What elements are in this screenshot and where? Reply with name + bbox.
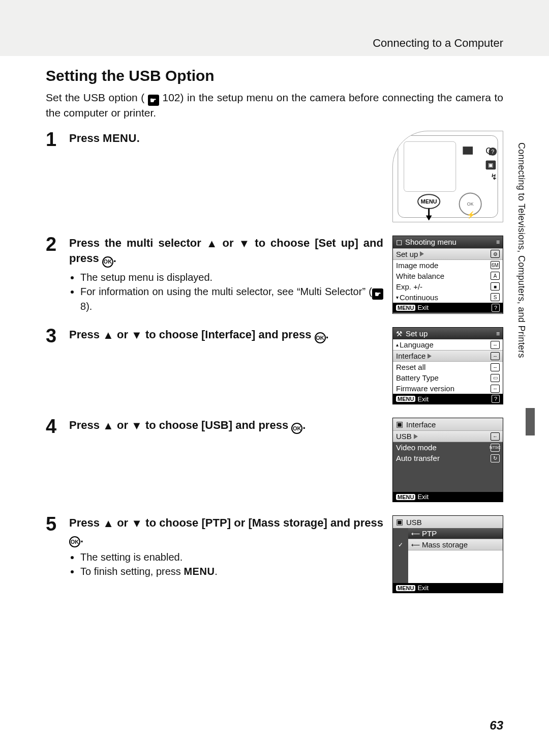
svg-text:OK: OK bbox=[467, 201, 474, 207]
t: . bbox=[215, 566, 218, 577]
t: to choose [Interface] and press bbox=[142, 328, 315, 341]
t: or bbox=[114, 516, 131, 529]
t: To finish setting, press bbox=[80, 566, 184, 577]
manual-page: Connecting to a Computer Setting the USB… bbox=[0, 0, 549, 756]
menu-item-setup: Set up⚙ bbox=[393, 248, 503, 260]
down-triangle-icon: ▼ bbox=[131, 328, 142, 343]
t: For information on using the multi selec… bbox=[80, 286, 372, 297]
up-triangle-icon: ▲ bbox=[206, 236, 218, 251]
mode-icon: 6M bbox=[491, 261, 500, 269]
exit-label: Exit bbox=[417, 493, 429, 501]
menu-item-auto-transfer: Auto transfer↻ bbox=[393, 453, 503, 463]
svg-text:↯: ↯ bbox=[491, 172, 497, 181]
steps-list: 1 Press MENU. OK MENU bbox=[46, 131, 503, 593]
step-1: 1 Press MENU. OK MENU bbox=[46, 131, 503, 222]
step-number: 3 bbox=[46, 326, 69, 404]
label: Mass storage bbox=[422, 540, 468, 549]
ntsc-icon: NTSC bbox=[491, 444, 500, 452]
label: Image mode bbox=[396, 261, 438, 270]
screen-title: USB bbox=[406, 518, 422, 527]
usb-icon: ← bbox=[491, 432, 500, 441]
menu-badge: MENU bbox=[396, 585, 415, 591]
label: PTP bbox=[422, 529, 437, 538]
exit-label: Exit bbox=[417, 584, 429, 592]
t: Press bbox=[69, 328, 103, 341]
shooting-menu-screen: ◻ Shooting menu ≡ Set up⚙ Image mode6M W… bbox=[392, 236, 503, 314]
svg-text:⚡: ⚡ bbox=[467, 211, 476, 219]
camera-back-illustration: OK MENU Q ? ▣ ↯ ⚡ bbox=[392, 131, 503, 222]
t: Press bbox=[69, 516, 103, 529]
label: Set up bbox=[396, 250, 418, 258]
step-number: 4 bbox=[46, 417, 69, 502]
svg-text:MENU: MENU bbox=[421, 198, 437, 205]
up-triangle-icon: ▲ bbox=[103, 516, 114, 531]
label: Exp. +/- bbox=[396, 282, 422, 291]
wrench-icon: ⚒ bbox=[396, 330, 403, 338]
menu-button-label: MENU bbox=[103, 132, 137, 144]
svg-text:?: ? bbox=[491, 149, 494, 155]
exit-label: Exit bbox=[417, 304, 429, 311]
check-icon bbox=[393, 528, 408, 539]
t: . bbox=[326, 328, 329, 341]
label: Battery Type bbox=[396, 373, 439, 382]
screen-footer: MENUExit? bbox=[393, 303, 503, 313]
step5-heading: Press ▲ or ▼ to choose [PTP] or [Mass st… bbox=[69, 515, 383, 547]
step-number: 2 bbox=[46, 235, 69, 314]
t: or bbox=[218, 237, 239, 249]
step2-bullet2: For information on using the multi selec… bbox=[80, 285, 383, 313]
chevron-right-icon bbox=[420, 251, 424, 256]
menu-item-firmware: Firmware version-- bbox=[393, 383, 503, 394]
page-reference-icon: ☛ bbox=[372, 288, 383, 300]
step4-heading: Press ▲ or ▼ to choose [USB] and press O… bbox=[69, 418, 383, 434]
screen-header: ▣ USB bbox=[393, 516, 503, 528]
interface-icon: ▣ bbox=[396, 420, 403, 429]
svg-rect-8 bbox=[463, 147, 473, 155]
t: Press the multi selector bbox=[69, 237, 206, 249]
step5-bullet1: The setting is enabled. bbox=[80, 550, 383, 564]
screen-footer: MENUExit bbox=[393, 583, 503, 593]
menu-badge: MENU bbox=[396, 305, 415, 311]
menu-item-ptp: ⟵PTP bbox=[393, 528, 503, 539]
step-3: 3 Press ▲ or ▼ to choose [Interface] and… bbox=[46, 327, 503, 404]
battery-icon: ▭ bbox=[491, 374, 500, 382]
section-thumb-tab bbox=[526, 408, 535, 435]
label: White balance bbox=[396, 272, 444, 280]
page-number: 63 bbox=[490, 718, 503, 733]
menu-item-continuous: ▾ContinuousS bbox=[393, 292, 503, 303]
screen-title: Interface bbox=[406, 420, 436, 429]
t: . bbox=[302, 419, 306, 431]
section-side-label: Connecting to Televisions, Computers, an… bbox=[516, 142, 527, 358]
ok-button-icon: OK bbox=[102, 256, 113, 268]
ok-label: OK bbox=[316, 334, 324, 342]
label: USB bbox=[396, 432, 412, 441]
ok-label: OK bbox=[71, 538, 79, 546]
t: or bbox=[114, 328, 131, 341]
step1-press: Press bbox=[69, 132, 103, 144]
page-title: Setting the USB Option bbox=[46, 67, 503, 84]
usb-small-icon: ⟵ bbox=[411, 530, 420, 537]
step-5: 5 Press ▲ or ▼ to choose [PTP] or [Mass … bbox=[46, 515, 503, 593]
svg-marker-7 bbox=[426, 215, 432, 220]
step-4: 4 Press ▲ or ▼ to choose [USB] and press… bbox=[46, 418, 503, 502]
chevron-right-icon bbox=[428, 354, 432, 359]
intro-ref: 102 bbox=[162, 92, 180, 103]
down-indicator-icon: ▾ bbox=[396, 295, 399, 300]
blank-area bbox=[393, 463, 503, 492]
up-triangle-icon: ▲ bbox=[103, 328, 114, 343]
screen-header: ◻ Shooting menu ≡ bbox=[393, 236, 503, 248]
t: ). bbox=[86, 301, 92, 312]
t: to choose [USB] and press bbox=[142, 419, 291, 431]
menu-item-usb: USB← bbox=[393, 430, 503, 442]
exp-icon: ■ bbox=[491, 282, 500, 290]
svg-text:▣: ▣ bbox=[488, 162, 493, 168]
down-triangle-icon: ▼ bbox=[131, 516, 142, 531]
screen-footer: MENUExit bbox=[393, 492, 503, 502]
menu-item-mass-storage: ✓ ⟵Mass storage bbox=[393, 539, 503, 550]
t: . bbox=[80, 532, 83, 545]
wb-icon: A bbox=[491, 272, 500, 280]
menu-item-white-balance: White balanceA bbox=[393, 271, 503, 281]
help-icon: ? bbox=[492, 395, 500, 403]
menu-item-interface: Interface-- bbox=[393, 350, 503, 362]
menu-badge: MENU bbox=[396, 494, 415, 500]
screen-footer: MENUExit? bbox=[393, 394, 503, 404]
